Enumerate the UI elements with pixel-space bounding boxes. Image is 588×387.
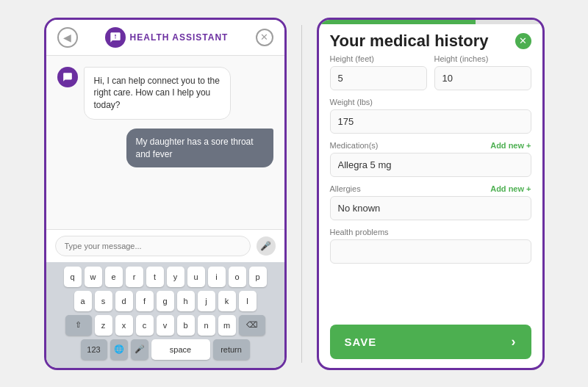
mic-button[interactable]: 🎤 [257, 236, 276, 256]
history-close-icon: ✕ [519, 35, 527, 46]
height-feet-label: Height (feet) [330, 54, 427, 63]
keyboard: q w e r t y u i o p a s d f g h j k [46, 262, 284, 368]
keyboard-row-2: a s d f g h j k l [49, 291, 282, 311]
key-globe[interactable]: 🌐 [110, 339, 128, 360]
assistant-icon [105, 27, 126, 48]
bot-icon [62, 72, 73, 82]
key-shift[interactable]: ⇧ [65, 315, 92, 336]
bot-avatar [57, 67, 78, 87]
back-icon: ◀ [63, 32, 71, 43]
bot-message-bubble: Hi, I can help connect you to the right … [84, 67, 231, 120]
key-mic-kbd[interactable]: 🎤 [131, 339, 148, 360]
key-u[interactable]: u [187, 267, 205, 287]
key-r[interactable]: r [126, 267, 143, 287]
key-d[interactable]: d [115, 291, 133, 311]
save-chevron-icon: › [512, 334, 517, 350]
key-v[interactable]: v [157, 315, 174, 336]
key-num[interactable]: 123 [81, 339, 107, 360]
keyboard-row-3: ⇧ z x c v b n m ⌫ [49, 315, 282, 336]
chat-header: ◀ HEALTH ASSISTANT ✕ [46, 20, 284, 56]
chat-messages: Hi, I can help connect you to the right … [46, 56, 284, 229]
key-q[interactable]: q [64, 267, 82, 287]
user-message-bubble: My daughter has a sore throat and fever [126, 129, 273, 168]
height-feet-input[interactable] [330, 66, 427, 90]
key-e[interactable]: e [105, 267, 123, 287]
save-label: SAVE [345, 336, 377, 348]
key-p[interactable]: p [249, 267, 267, 287]
key-k[interactable]: k [218, 291, 236, 311]
history-panel: Your medical history ✕ Height (feet) Hei… [317, 18, 545, 370]
divider [301, 25, 302, 363]
allergies-label-row: Allergies Add new + [330, 184, 531, 193]
weight-label: Weight (lbs) [330, 98, 531, 106]
height-inches-field: Height (inches) [434, 54, 531, 90]
height-inches-input[interactable] [434, 66, 531, 90]
weight-input[interactable] [330, 109, 531, 134]
keyboard-row-4: 123 🌐 🎤 space return [49, 339, 282, 360]
history-header: Your medical history ✕ [319, 24, 542, 54]
chat-bubble-icon [110, 32, 121, 43]
allergies-label: Allergies [330, 184, 361, 193]
history-title: Your medical history [330, 32, 489, 51]
allergies-field-group: Allergies Add new + [330, 184, 531, 220]
key-o[interactable]: o [229, 267, 246, 287]
key-t[interactable]: t [146, 267, 164, 287]
health-problems-input[interactable] [330, 239, 531, 264]
chat-input-area: 🎤 [46, 229, 284, 262]
save-button[interactable]: SAVE › [330, 325, 531, 359]
chat-close-button[interactable]: ✕ [256, 29, 273, 46]
weight-field-group: Weight (lbs) [330, 98, 531, 134]
health-problems-field-group: Health problems [330, 228, 531, 264]
key-m[interactable]: m [218, 315, 236, 336]
key-backspace[interactable]: ⌫ [239, 315, 265, 336]
medications-add-new[interactable]: Add new + [490, 141, 531, 150]
chat-title-text: HEALTH ASSISTANT [130, 32, 229, 43]
keyboard-row-1: q w e r t y u i o p [49, 267, 282, 287]
app-container: ◀ HEALTH ASSISTANT ✕ [0, 0, 588, 387]
bot-message-text: Hi, I can help connect you to the right … [94, 76, 220, 111]
message-row-2: My daughter has a sore throat and fever [57, 129, 273, 168]
key-x[interactable]: x [115, 315, 133, 336]
key-s[interactable]: s [95, 291, 112, 311]
user-message-text: My daughter has a sore throat and fever [136, 137, 254, 159]
height-inches-label: Height (inches) [434, 54, 531, 63]
allergies-add-new[interactable]: Add new + [490, 184, 531, 193]
height-fields-row: Height (feet) Height (inches) [330, 54, 531, 90]
key-y[interactable]: y [167, 267, 184, 287]
key-space[interactable]: space [151, 339, 210, 360]
key-j[interactable]: j [198, 291, 215, 311]
back-button[interactable]: ◀ [57, 27, 78, 48]
key-c[interactable]: c [136, 315, 154, 336]
chat-title-wrap: HEALTH ASSISTANT [105, 27, 229, 48]
key-return[interactable]: return [213, 339, 250, 360]
medications-label-row: Medication(s) Add new + [330, 141, 531, 150]
key-w[interactable]: w [85, 267, 102, 287]
medications-label: Medication(s) [330, 141, 379, 150]
chat-panel: ◀ HEALTH ASSISTANT ✕ [44, 18, 287, 370]
medications-field-group: Medication(s) Add new + [330, 141, 531, 177]
key-h[interactable]: h [177, 291, 195, 311]
history-content: Height (feet) Height (inches) Weight (lb… [319, 54, 542, 319]
close-icon: ✕ [260, 32, 268, 43]
key-i[interactable]: i [208, 267, 226, 287]
key-z[interactable]: z [95, 315, 112, 336]
key-g[interactable]: g [157, 291, 174, 311]
health-problems-label: Health problems [330, 228, 531, 236]
key-n[interactable]: n [198, 315, 215, 336]
medications-input[interactable] [330, 153, 531, 177]
message-input[interactable] [55, 236, 251, 256]
allergies-input[interactable] [330, 196, 531, 220]
key-a[interactable]: a [74, 291, 92, 311]
message-row-1: Hi, I can help connect you to the right … [57, 67, 273, 120]
key-b[interactable]: b [177, 315, 195, 336]
history-close-button[interactable]: ✕ [515, 33, 531, 49]
key-f[interactable]: f [136, 291, 154, 311]
height-feet-field: Height (feet) [330, 54, 427, 90]
key-l[interactable]: l [239, 291, 257, 311]
